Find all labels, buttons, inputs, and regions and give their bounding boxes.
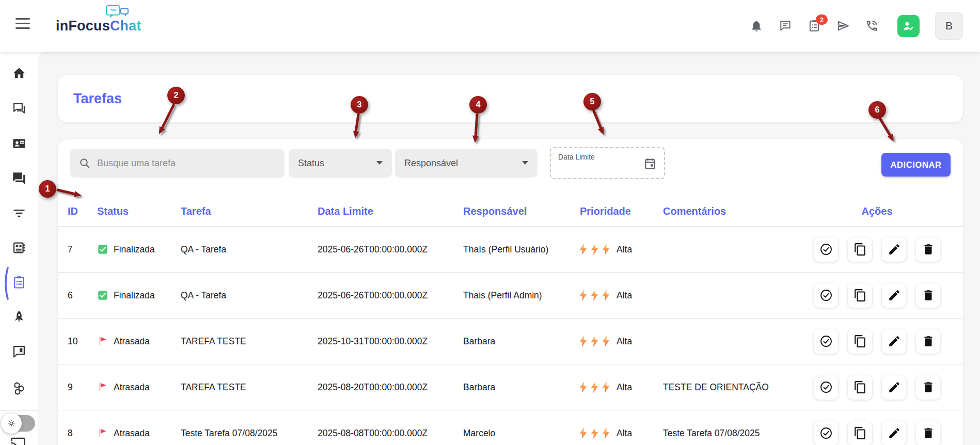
edit-task-button[interactable] — [882, 237, 906, 262]
check-circle-icon — [819, 426, 833, 440]
cell-responsavel: Barbara — [463, 336, 580, 347]
delete-task-button[interactable] — [916, 283, 940, 308]
sidebar-item-home[interactable] — [0, 59, 38, 88]
sidebar-item-chats[interactable] — [0, 94, 38, 123]
avatar[interactable]: B — [935, 12, 963, 40]
search-input[interactable] — [97, 158, 262, 169]
cell-status: Atrasada — [97, 382, 181, 393]
cell-status: Atrasada — [97, 336, 181, 347]
sidebar-item-campaigns[interactable] — [0, 303, 38, 331]
tasks-clipboard-icon[interactable]: 2 — [808, 19, 821, 33]
board-icon — [12, 241, 26, 255]
sidebar-divider — [0, 410, 38, 411]
bolt-icon — [603, 336, 610, 347]
complete-task-button[interactable] — [814, 283, 838, 308]
table-row: 7 Finalizada QA - Tarefa 2025-06-26T00:0… — [58, 226, 963, 272]
sidebar-item-integrations[interactable] — [0, 374, 38, 403]
cell-data-limite: 2025-08-20T00:00:00.000Z — [318, 382, 463, 393]
sidebar — [0, 52, 38, 445]
red-flag-icon — [97, 336, 108, 347]
trash-icon — [922, 243, 935, 256]
bolt-icon — [591, 382, 598, 393]
annotation-marker-5: 5 — [583, 93, 601, 110]
delete-task-button[interactable] — [916, 421, 940, 445]
copy-icon — [853, 289, 867, 302]
edit-pencil-icon — [888, 426, 901, 440]
duplicate-task-button[interactable] — [848, 329, 872, 354]
send-plane-icon[interactable] — [836, 19, 850, 33]
annotation-marker-3: 3 — [351, 96, 368, 114]
status-select[interactable]: Status — [289, 149, 392, 178]
cast-screen-icon[interactable] — [10, 436, 26, 445]
sidebar-item-boards[interactable] — [0, 233, 38, 262]
duplicate-task-button[interactable] — [848, 237, 872, 262]
data-limite-field[interactable]: Data Limite — [550, 147, 665, 179]
sidebar-item-contacts[interactable] — [0, 129, 38, 158]
annotation-marker-1: 1 — [39, 180, 56, 198]
cell-id: 10 — [68, 336, 97, 347]
notifications-bell-icon[interactable] — [750, 19, 763, 33]
complete-task-button[interactable] — [814, 329, 838, 354]
col-header-acoes: Ações — [804, 205, 963, 217]
bolt-icon — [591, 427, 598, 439]
edit-pencil-icon — [888, 380, 901, 394]
complete-task-button[interactable] — [814, 375, 838, 400]
page-title: Tarefas — [73, 91, 122, 107]
logo-text-infocus: inFocus — [56, 18, 110, 34]
table-row: 6 Finalizada QA - Tarefa 2025-06-26T00:0… — [58, 272, 963, 318]
cell-comentarios: TESTE DE ORIENTAÇÃO — [663, 382, 804, 393]
sidebar-item-quick-messages[interactable] — [0, 337, 38, 366]
edit-pencil-icon — [888, 289, 901, 302]
responsavel-select[interactable]: Responsável — [395, 149, 538, 178]
complete-task-button[interactable] — [814, 237, 838, 262]
delete-task-button[interactable] — [916, 329, 940, 354]
filter-icon — [12, 206, 26, 220]
table-row: 9 Atrasada TAREFA TESTE 2025-08-20T00:00… — [58, 364, 963, 410]
table-row: 10 Atrasada TAREFA TESTE 2025-10-31T00:0… — [58, 318, 963, 364]
cell-acoes — [804, 375, 963, 400]
calendar-icon — [643, 157, 657, 170]
cell-id: 7 — [68, 244, 97, 255]
trash-icon — [922, 380, 935, 394]
user-status-button[interactable] — [897, 15, 920, 37]
rocket-icon — [12, 310, 26, 324]
copy-icon — [853, 335, 867, 348]
trash-icon — [922, 289, 935, 302]
duplicate-task-button[interactable] — [848, 375, 872, 400]
red-flag-icon — [97, 382, 108, 393]
check-done-icon — [97, 244, 108, 255]
copy-icon — [853, 426, 867, 440]
annotation-marker-2: 2 — [167, 87, 185, 104]
sidebar-item-filters[interactable] — [0, 199, 38, 228]
hexagons-icon — [12, 381, 26, 395]
cell-responsavel: Thais (Perfil Admin) — [463, 290, 580, 301]
duplicate-task-button[interactable] — [848, 421, 872, 445]
complete-task-button[interactable] — [814, 421, 838, 445]
topbar-actions: 2 B — [734, 0, 963, 52]
add-task-button[interactable]: ADICIONAR — [881, 153, 951, 177]
check-circle-icon — [819, 335, 833, 348]
edit-task-button[interactable] — [882, 283, 906, 308]
sun-icon — [6, 418, 17, 428]
trash-icon — [922, 426, 935, 440]
col-header-prioridade: Prioridade — [580, 205, 663, 217]
bolt-icon — [591, 244, 598, 255]
bolt-icon — [603, 382, 610, 393]
phone-calls-icon[interactable] — [865, 19, 879, 33]
edit-task-button[interactable] — [882, 421, 906, 445]
task-search-box[interactable] — [70, 149, 284, 178]
sidebar-item-conversations[interactable] — [0, 164, 38, 193]
delete-task-button[interactable] — [916, 375, 940, 400]
cell-prioridade: Alta — [580, 336, 663, 347]
edit-task-button[interactable] — [882, 375, 906, 400]
table-row: 8 Atrasada Teste Tarefa 07/08/2025 2025-… — [58, 410, 963, 445]
hamburger-menu-icon[interactable] — [15, 18, 31, 31]
messages-chat-icon[interactable] — [779, 19, 792, 33]
edit-task-button[interactable] — [882, 329, 906, 354]
theme-toggle[interactable] — [4, 415, 35, 432]
cell-prioridade: Alta — [580, 290, 663, 301]
delete-task-button[interactable] — [916, 237, 940, 262]
cell-id: 6 — [68, 290, 97, 301]
cell-responsavel: Thaís (Perfil Usuário) — [463, 244, 580, 255]
duplicate-task-button[interactable] — [848, 283, 872, 308]
